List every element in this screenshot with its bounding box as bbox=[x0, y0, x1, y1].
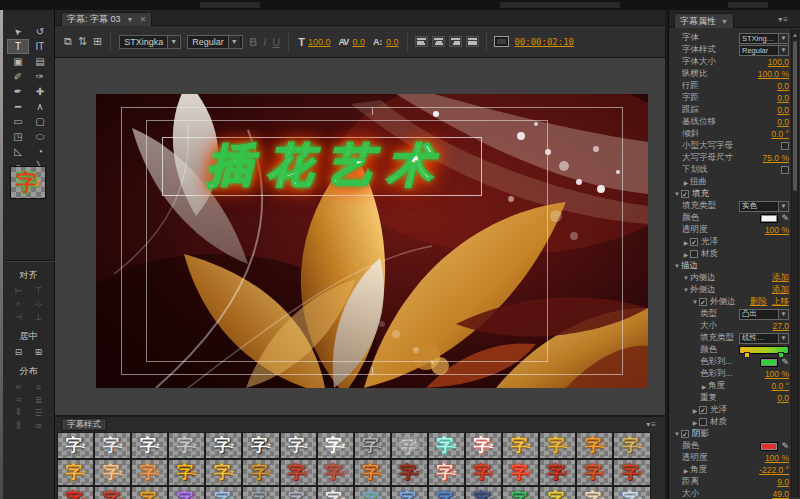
kerning-value[interactable]: 0.0 bbox=[352, 37, 365, 47]
hot-value-透明度[interactable]: 100 % bbox=[765, 225, 789, 235]
style-swatch[interactable]: 字z bbox=[317, 486, 354, 499]
hot-value-色彩到...[interactable]: 100 % bbox=[765, 369, 789, 379]
style-swatch[interactable]: 字z bbox=[57, 486, 94, 499]
eyedropper-icon[interactable]: ✎ bbox=[781, 441, 789, 451]
area-type-tool[interactable]: ▣ bbox=[7, 54, 29, 69]
underline-button[interactable]: U bbox=[272, 36, 280, 48]
checkbox-光泽[interactable]: ✓ bbox=[690, 238, 698, 246]
link-删除[interactable]: 删除 bbox=[750, 296, 767, 306]
type-tool[interactable]: T bbox=[7, 39, 29, 54]
expand-triangle-icon[interactable]: ▶ bbox=[691, 419, 699, 426]
hot-value-倾斜[interactable]: 0.0 ° bbox=[771, 129, 789, 139]
gradient-color-bar[interactable] bbox=[739, 346, 789, 354]
tab-stops-icon[interactable] bbox=[466, 36, 479, 47]
rounded-rectangle-tool[interactable]: ▢ bbox=[29, 114, 51, 129]
style-swatch[interactable]: 字z bbox=[354, 459, 391, 486]
vertical-area-type-tool[interactable]: ▤ bbox=[29, 54, 51, 69]
checkbox-下划线[interactable] bbox=[781, 166, 789, 174]
style-swatch[interactable]: 字z bbox=[539, 432, 576, 459]
style-swatch[interactable]: 字z bbox=[242, 432, 279, 459]
dropdown-填充类型[interactable]: 实色▼ bbox=[739, 201, 789, 212]
style-swatch[interactable]: 字z bbox=[131, 459, 168, 486]
dropdown-字体[interactable]: STXing…▼ bbox=[739, 33, 789, 44]
style-swatch[interactable]: 字z bbox=[539, 459, 576, 486]
align-right-icon[interactable] bbox=[449, 36, 462, 47]
style-swatch[interactable]: 字z bbox=[131, 432, 168, 459]
style-swatch[interactable]: 字z bbox=[354, 432, 391, 459]
title-styles-tab[interactable]: 字幕样式 bbox=[61, 418, 107, 431]
style-swatch[interactable]: 字z bbox=[576, 486, 613, 499]
center-horizontal-icon[interactable]: ⊟ bbox=[9, 345, 29, 358]
style-swatch[interactable]: 字z bbox=[205, 486, 242, 499]
background-video-timecode[interactable]: 00:00:02:10 bbox=[514, 37, 574, 47]
scrollbar-thumb[interactable] bbox=[793, 41, 797, 191]
hot-value-跟踪[interactable]: 0.0 bbox=[777, 105, 789, 115]
hot-value-大小[interactable]: 27.0 bbox=[772, 321, 789, 331]
style-swatch[interactable]: 字z bbox=[576, 432, 613, 459]
roll-crawl-options-button[interactable]: ⇅ bbox=[78, 35, 87, 48]
style-swatch[interactable]: 字z bbox=[280, 432, 317, 459]
hot-value-透明度[interactable]: 100 % bbox=[765, 453, 789, 463]
hot-value-距离[interactable]: 9.0 bbox=[777, 477, 789, 487]
style-swatch[interactable]: 字z bbox=[354, 486, 391, 499]
link-添加[interactable]: 添加 bbox=[772, 284, 789, 294]
style-swatch[interactable]: 字z bbox=[391, 459, 428, 486]
link-上移[interactable]: 上移 bbox=[772, 296, 789, 306]
hot-value-字体大小[interactable]: 100.0 bbox=[768, 57, 789, 67]
chevron-down-icon[interactable]: ▼ bbox=[127, 16, 134, 23]
collapse-triangle-icon[interactable]: ▼ bbox=[673, 191, 681, 197]
style-swatch[interactable]: 字z bbox=[131, 486, 168, 499]
selection-tool[interactable]: ➤ bbox=[7, 24, 29, 39]
expand-triangle-icon[interactable]: ▶ bbox=[682, 467, 690, 474]
arc-tool[interactable]: ◔ bbox=[29, 144, 51, 159]
color-swatch-颜色[interactable] bbox=[760, 442, 778, 451]
dropdown-字体样式[interactable]: Regular▼ bbox=[739, 45, 789, 56]
hot-value-字距[interactable]: 0.0 bbox=[777, 93, 789, 103]
style-swatch[interactable]: 字z bbox=[205, 459, 242, 486]
clipped-corner-rectangle-tool[interactable]: ◳ bbox=[7, 129, 29, 144]
delete-anchor-point-tool[interactable]: ━ bbox=[7, 99, 29, 114]
checkbox-材质[interactable] bbox=[699, 418, 707, 426]
leading-control[interactable]: A↕ 0.0 bbox=[373, 37, 399, 47]
font-style-dropdown[interactable]: Regular ▼ bbox=[187, 35, 243, 49]
close-icon[interactable]: ✕ bbox=[139, 15, 146, 24]
collapse-triangle-icon[interactable]: ▼ bbox=[673, 263, 681, 269]
align-left-icon[interactable] bbox=[415, 36, 428, 47]
style-swatch[interactable]: 字z bbox=[613, 432, 650, 459]
scroll-up-arrow[interactable]: ▲ bbox=[792, 31, 798, 40]
style-swatch[interactable]: 字z bbox=[280, 459, 317, 486]
style-swatch[interactable]: 字z bbox=[465, 459, 502, 486]
style-swatch[interactable]: 字z bbox=[428, 486, 465, 499]
properties-scrollbar[interactable]: ▲ bbox=[791, 30, 799, 497]
style-swatch[interactable]: 字z bbox=[465, 432, 502, 459]
hot-value-重复[interactable]: 0.0 bbox=[777, 393, 789, 403]
style-swatch[interactable]: 字z bbox=[317, 459, 354, 486]
kerning-control[interactable]: AV 0.0 bbox=[339, 37, 365, 47]
checkbox-光泽[interactable]: ✓ bbox=[699, 406, 707, 414]
style-swatch[interactable]: 字z bbox=[57, 459, 94, 486]
checkbox-阴影[interactable]: ✓ bbox=[681, 430, 689, 438]
style-swatch[interactable]: 字z bbox=[391, 486, 428, 499]
hot-value-大写字母尺寸[interactable]: 75.0 % bbox=[763, 153, 789, 163]
collapse-triangle-icon[interactable]: ▼ bbox=[682, 287, 690, 293]
checkbox-材质[interactable] bbox=[690, 250, 698, 258]
collapse-triangle-icon[interactable]: ▼ bbox=[691, 299, 699, 305]
leading-value[interactable]: 0.0 bbox=[386, 37, 399, 47]
vertical-path-type-tool[interactable]: ✑ bbox=[29, 69, 51, 84]
panel-menu-icon[interactable]: ▾≡ bbox=[778, 15, 789, 24]
style-swatch[interactable]: 字z bbox=[502, 486, 539, 499]
hot-value-行距[interactable]: 0.0 bbox=[777, 81, 789, 91]
pen-tool[interactable]: ✒ bbox=[7, 84, 29, 99]
color-swatch-色彩到...[interactable] bbox=[760, 358, 778, 367]
style-swatch[interactable]: 字z bbox=[539, 486, 576, 499]
add-anchor-point-tool[interactable]: ✚ bbox=[29, 84, 51, 99]
hot-value-角度[interactable]: 0.0 ° bbox=[771, 381, 789, 391]
title-text[interactable]: 插花艺术 bbox=[162, 134, 492, 198]
hot-value-纵横比[interactable]: 100.0 % bbox=[758, 69, 789, 79]
dropdown-类型[interactable]: 凸出▼ bbox=[739, 309, 789, 320]
eyedropper-icon[interactable]: ✎ bbox=[781, 357, 789, 367]
eyedropper-icon[interactable]: ✎ bbox=[781, 213, 789, 223]
style-swatch[interactable]: 字z bbox=[502, 432, 539, 459]
path-type-tool[interactable]: ✐ bbox=[7, 69, 29, 84]
convert-anchor-point-tool[interactable]: ∧ bbox=[29, 99, 51, 114]
